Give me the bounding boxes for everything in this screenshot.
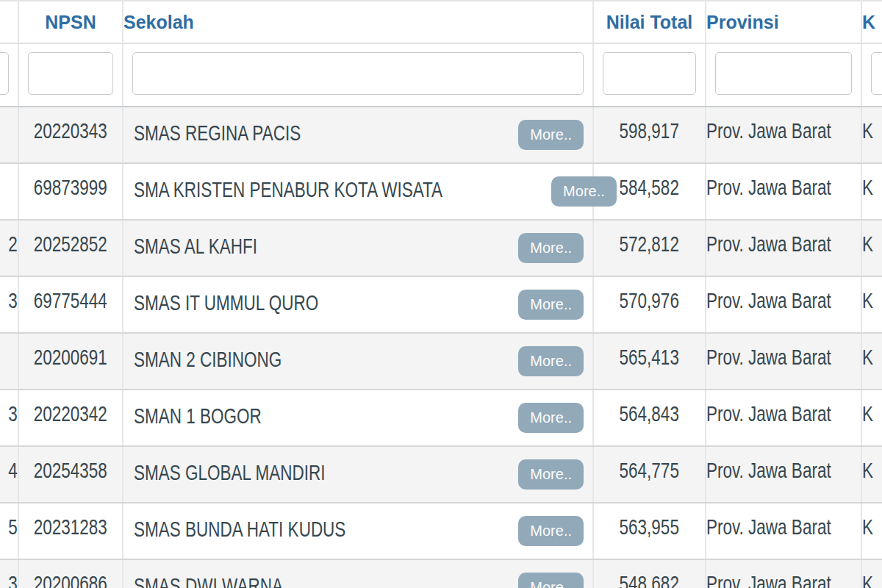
cell-sekolah: SMAN 1 BOGORMore..: [123, 390, 593, 446]
cell-kota-kab: K: [861, 276, 882, 333]
cell-rank: 5: [0, 503, 18, 559]
table-header-row: NPSN Sekolah Nilai Total Provinsi K: [0, 1, 882, 43]
cell-rank: 3: [0, 559, 18, 588]
rank-number: 4: [8, 458, 18, 483]
filter-input-rank[interactable]: [0, 52, 9, 95]
cell-nilai-total: 572,812: [593, 220, 706, 276]
rank-number: 3: [8, 288, 18, 313]
cell-nilai-total: 565,413: [593, 333, 706, 390]
table-row: 20200691 SMAN 2 CIBINONGMore.. 565,413 P…: [0, 333, 882, 390]
school-name: SMAS AL KAHFI: [134, 234, 257, 259]
more-button[interactable]: More..: [518, 403, 584, 433]
cell-rank: 4: [0, 446, 18, 503]
school-name: SMAS BUNDA HATI KUDUS: [134, 517, 345, 542]
cell-rank: 3: [0, 390, 18, 446]
cell-provinsi: Prov. Jawa Barat: [706, 163, 861, 220]
more-button[interactable]: More..: [551, 176, 617, 207]
more-button[interactable]: More..: [518, 573, 584, 588]
school-name: SMA KRISTEN PENABUR KOTA WISATA: [134, 177, 442, 202]
cell-nilai-total: 564,775: [593, 446, 706, 503]
cell-npsn: 20254358: [18, 446, 123, 503]
school-name: SMAN 1 BOGOR: [134, 404, 262, 429]
rank-number: 3: [8, 571, 18, 588]
cell-sekolah: SMAS GLOBAL MANDIRIMore..: [123, 446, 593, 503]
more-button[interactable]: More..: [518, 120, 584, 150]
cell-provinsi: Prov. Jawa Barat: [706, 559, 861, 588]
results-table-viewport: NPSN Sekolah Nilai Total Provinsi K 2022…: [0, 0, 882, 588]
cell-npsn: 20231283: [18, 503, 123, 559]
cell-provinsi: Prov. Jawa Barat: [706, 276, 861, 333]
school-name: SMAS IT UMMUL QURO: [134, 290, 318, 315]
cell-sekolah: SMAS IT UMMUL QUROMore..: [123, 276, 593, 333]
table-row: 69873999 SMA KRISTEN PENABUR KOTA WISATA…: [0, 163, 882, 220]
cell-provinsi: Prov. Jawa Barat: [706, 333, 861, 390]
cell-nilai-total: 570,976: [593, 276, 706, 333]
cell-nilai-total: 598,917: [593, 107, 706, 163]
table-row: 20220343 SMAS REGINA PACISMore.. 598,917…: [0, 107, 882, 163]
cell-kota-kab: K: [861, 333, 882, 390]
cell-sekolah: SMAN 2 CIBINONGMore..: [123, 333, 593, 390]
cell-npsn: 20252852: [18, 220, 123, 276]
column-header-nilai-total[interactable]: Nilai Total: [593, 1, 706, 43]
cell-nilai-total: 563,955: [593, 503, 706, 559]
cell-sekolah: SMA KRISTEN PENABUR KOTA WISATAMore..: [123, 163, 593, 220]
cell-nilai-total: 584,582: [593, 163, 706, 220]
school-ranking-table: NPSN Sekolah Nilai Total Provinsi K 2022…: [0, 0, 882, 588]
rank-number: 3: [8, 401, 18, 426]
column-header-sekolah[interactable]: Sekolah: [123, 1, 593, 43]
cell-provinsi: Prov. Jawa Barat: [706, 446, 861, 503]
cell-provinsi: Prov. Jawa Barat: [706, 220, 861, 276]
table-row: 3 69775444 SMAS IT UMMUL QUROMore.. 570,…: [0, 276, 882, 333]
column-header-provinsi[interactable]: Provinsi: [706, 1, 861, 43]
school-name: SMAS REGINA PACIS: [134, 121, 301, 146]
school-name: SMAS GLOBAL MANDIRI: [134, 460, 325, 485]
cell-nilai-total: 564,843: [593, 390, 706, 446]
cell-sekolah: SMAS AL KAHFIMore..: [123, 220, 593, 276]
filter-input-sekolah[interactable]: [132, 52, 584, 95]
cell-rank: 3: [0, 276, 18, 333]
table-row: 3 20200686 SMAS DWI WARNAMore.. 548,682 …: [0, 559, 882, 588]
table-row: 5 20231283 SMAS BUNDA HATI KUDUSMore.. 5…: [0, 503, 882, 559]
cell-nilai-total: 548,682: [593, 559, 706, 588]
column-header-kota-kab[interactable]: K: [861, 1, 882, 43]
cell-sekolah: SMAS BUNDA HATI KUDUSMore..: [123, 503, 593, 559]
cell-provinsi: Prov. Jawa Barat: [706, 503, 861, 559]
column-header-rank[interactable]: [0, 1, 18, 43]
table-filter-row: [0, 43, 882, 107]
more-button[interactable]: More..: [518, 290, 584, 320]
cell-npsn: 20200686: [18, 559, 123, 588]
rank-number: 2: [8, 232, 18, 257]
cell-npsn: 20200691: [18, 333, 123, 390]
table-row: 3 20220342 SMAN 1 BOGORMore.. 564,843 Pr…: [0, 390, 882, 446]
cell-kota-kab: K: [861, 559, 882, 588]
school-name: SMAN 2 CIBINONG: [134, 347, 282, 372]
cell-provinsi: Prov. Jawa Barat: [706, 107, 861, 163]
table-row: 4 20254358 SMAS GLOBAL MANDIRIMore.. 564…: [0, 446, 882, 503]
cell-npsn: 69775444: [18, 276, 123, 333]
cell-kota-kab: K: [861, 390, 882, 446]
column-header-npsn[interactable]: NPSN: [18, 1, 123, 43]
cell-kota-kab: K: [861, 107, 882, 163]
cell-kota-kab: K: [861, 446, 882, 503]
more-button[interactable]: More..: [518, 459, 584, 490]
table-row: 2 20252852 SMAS AL KAHFIMore.. 572,812 P…: [0, 220, 882, 276]
filter-input-provinsi[interactable]: [715, 52, 852, 95]
cell-kota-kab: K: [861, 163, 882, 220]
more-button[interactable]: More..: [518, 516, 584, 546]
cell-npsn: 69873999: [18, 163, 123, 220]
school-name: SMAS DWI WARNA: [134, 573, 283, 588]
cell-npsn: 20220342: [18, 390, 123, 446]
cell-rank: [0, 107, 18, 163]
filter-input-nilai-total[interactable]: [603, 52, 696, 95]
cell-kota-kab: K: [861, 503, 882, 559]
cell-kota-kab: K: [861, 220, 882, 276]
filter-input-kota-kab[interactable]: [871, 52, 882, 95]
filter-input-npsn[interactable]: [28, 52, 113, 95]
cell-rank: [0, 163, 18, 220]
cell-sekolah: SMAS DWI WARNAMore..: [123, 559, 593, 588]
rank-number: 5: [8, 514, 18, 539]
cell-sekolah: SMAS REGINA PACISMore..: [123, 107, 593, 163]
cell-npsn: 20220343: [18, 107, 123, 163]
more-button[interactable]: More..: [518, 346, 584, 376]
more-button[interactable]: More..: [518, 233, 584, 263]
